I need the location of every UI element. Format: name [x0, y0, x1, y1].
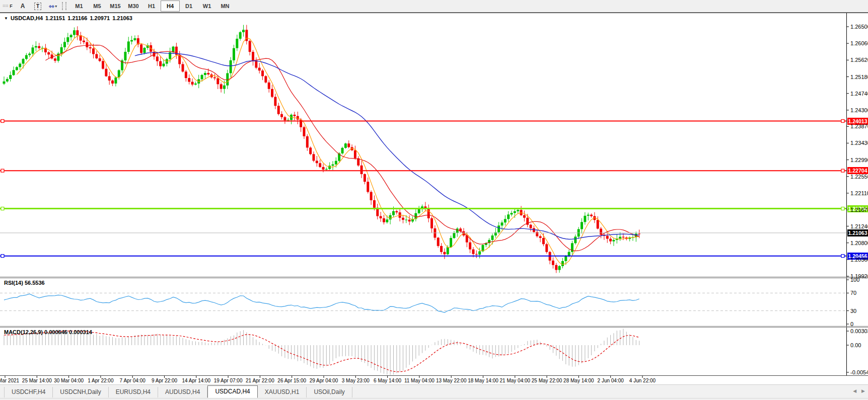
price-tick-label: 1.20360 [850, 257, 868, 263]
price-tick-label: 1.22990 [850, 157, 868, 163]
chart-tab-audusd-h4[interactable]: AUDUSD,H4 [158, 387, 207, 397]
time-axis-label: 29 Apr 04:00 [310, 378, 338, 383]
macd-axis-label: -0.0054290 [850, 369, 868, 375]
timeframe-button-h1[interactable]: H1 [142, 1, 161, 11]
chart-tab-usdcad-h4[interactable]: USDCAD,H4 [207, 385, 257, 398]
time-axis-label: 25 May 22:00 [532, 378, 562, 383]
time-axis-label: 26 Apr 15:00 [277, 378, 306, 383]
timeframe-button-d1[interactable]: D1 [180, 1, 198, 11]
timeframe-button-w1[interactable]: W1 [198, 1, 216, 11]
toolbar: ∷∷FAT◆◆▾M1M5M15M30H1H4D1W1MN [0, 0, 868, 13]
time-axis-label: 21 Apr 22:00 [246, 378, 274, 383]
time-axis-label: 7 Apr 04:00 [120, 378, 146, 383]
text-box-icon[interactable]: T [32, 2, 44, 11]
rsi-pane[interactable] [0, 278, 846, 326]
rsi-label: RSI(14) 56.5536 [4, 280, 45, 286]
time-axis-label: 21 May 04:00 [499, 378, 530, 383]
price-tick-label: 1.22550 [850, 174, 868, 180]
ohlc-high: 1.21166 [67, 15, 87, 21]
timeframe-button-m1[interactable]: M1 [70, 1, 88, 11]
time-axis-label: 30 Mar 04:00 [54, 378, 84, 383]
rsi-level-label: 100 [850, 277, 859, 283]
price-tick-label: 1.22110 [850, 190, 868, 196]
current-price-tag: 1.21063 [847, 229, 868, 236]
tab-scroll-left-icon[interactable]: ◀ [853, 388, 856, 393]
text-a-icon[interactable]: A [17, 2, 29, 11]
time-axis-label: 3 May 23:00 [342, 378, 370, 383]
ohlc-open: 1.21151 [45, 15, 65, 21]
chart-tab-xauusd-h1[interactable]: XAUUSD,H1 [258, 387, 307, 397]
time-axis-label: 2 Jun 04:00 [598, 378, 624, 383]
mt4-window: ∷∷FAT◆◆▾M1M5M15M30H1H4D1W1MN ▼ USDCAD,H4… [0, 0, 868, 400]
price-tick-label: 1.21670 [850, 207, 868, 213]
time-axis-label: 4 Jun 22:00 [629, 378, 656, 383]
ohlc-low: 1.20971 [90, 15, 110, 21]
time-axis-label: 19 Apr 07:00 [214, 378, 243, 383]
timeframe-button-h4[interactable]: H4 [161, 1, 180, 12]
symbol-header: ▼ USDCAD,H4 1.21151 1.21166 1.20971 1.21… [4, 15, 132, 21]
main-chart-pane[interactable] [0, 13, 846, 277]
timeframe-button-mn[interactable]: MN [216, 1, 234, 11]
symbol-dropdown-icon[interactable]: ▼ [4, 16, 8, 21]
timeframe-button-m15[interactable]: M15 [106, 1, 124, 11]
timeframe-button-m5[interactable]: M5 [88, 1, 106, 11]
macd-pane[interactable] [0, 328, 846, 375]
time-axis-label: 18 May 14:00 [468, 378, 498, 383]
tab-scroll-right-icon[interactable]: ▶ [861, 388, 865, 393]
price-tick-label: 1.21240 [850, 223, 868, 229]
chart-tab-eurusd-h4[interactable]: EURUSD,H4 [109, 387, 158, 397]
chart-tab-usdchf-h4[interactable]: USDCHF,H4 [4, 387, 53, 397]
time-axis-label: 14 Apr 14:00 [182, 378, 210, 383]
macd-label: MACD(12,26,9) 0.000646 0.000314 [4, 329, 92, 335]
macd-axis-label: 0.0030350 [850, 328, 868, 334]
time-axis-label: 28 May 14:00 [563, 378, 594, 383]
price-tick-label: 1.25620 [850, 57, 868, 63]
price-tick-label: 1.23870 [850, 123, 868, 129]
chart-tab-usdcnh-daily[interactable]: USDCNH,Daily [53, 387, 108, 397]
macd-axis-label: 0.00 [850, 342, 861, 348]
price-tick-label: 1.26060 [850, 40, 868, 46]
chart-tab-bar: USDCHF,H4USDCNH,DailyEURUSD,H4AUDUSD,H4U… [0, 384, 868, 398]
time-axis-label: 1 Apr 22:00 [88, 378, 113, 383]
time-axis-label: 13 May 22:00 [436, 378, 467, 383]
rsi-level-label: 30 [850, 308, 856, 314]
time-axis-label: 25 Mar 14:00 [22, 378, 52, 383]
rsi-level-label: 0 [850, 321, 853, 327]
time-axis-label: 11 May 04:00 [404, 378, 435, 383]
rsi-level-label: 70 [850, 290, 856, 296]
price-tick-label: 1.24740 [850, 91, 868, 97]
timeframe-button-m30[interactable]: M30 [124, 1, 142, 11]
price-tick-label: 1.23430 [850, 140, 868, 146]
time-axis-label: 6 May 14:00 [374, 378, 401, 383]
price-tick-label: 1.26500 [850, 24, 868, 30]
ohlc-close: 1.21063 [112, 15, 132, 21]
price-tick-label: 1.24300 [850, 107, 868, 113]
symbol-name: USDCAD,H4 [11, 15, 43, 21]
price-tick-label: 1.20800 [850, 240, 868, 246]
status-strip [0, 398, 868, 400]
chart-tab-usoil-daily[interactable]: USOil,Daily [307, 387, 352, 397]
toolbar-grip[interactable] [62, 2, 66, 10]
time-axis-label: 22 Mar 2021 [0, 378, 19, 383]
time-axis-label: 9 Apr 22:00 [152, 378, 177, 383]
tab-scroll-controls: ◀ ▶ [853, 388, 865, 393]
price-tick-label: 1.25180 [850, 74, 868, 80]
pattern-f-icon[interactable]: ∷∷F [2, 2, 14, 11]
arrows-tool-icon[interactable]: ◆◆▾ [47, 2, 59, 11]
